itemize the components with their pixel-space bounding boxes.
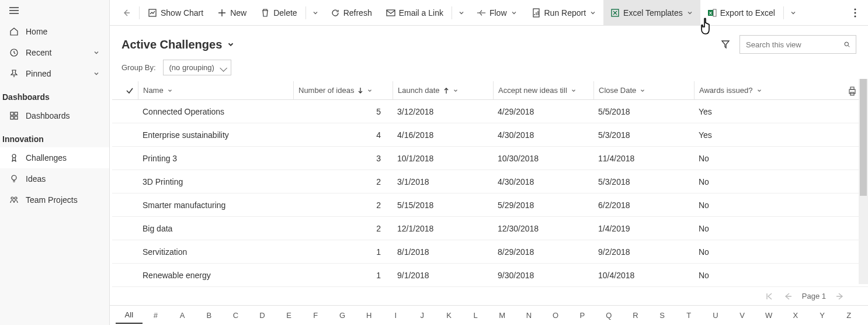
flow-button[interactable]: Flow: [470, 0, 525, 26]
cell-num: 1: [293, 247, 393, 257]
alpha-a[interactable]: A: [169, 307, 196, 323]
cell-accept: 4/30/2018: [493, 177, 593, 186]
arrow-left-icon: [783, 292, 793, 300]
group-by-select[interactable]: (no grouping): [163, 60, 231, 75]
pager-first[interactable]: [765, 292, 774, 300]
alpha-e[interactable]: E: [276, 307, 303, 323]
sidebar-item-challenges[interactable]: Challenges: [0, 147, 109, 168]
alpha-s[interactable]: S: [649, 307, 676, 323]
pager-prev[interactable]: [783, 292, 793, 300]
table-row[interactable]: 3D Printing23/1/20184/30/20185/3/2018No: [112, 170, 868, 193]
alpha-o[interactable]: O: [542, 307, 569, 323]
alpha-m[interactable]: M: [489, 307, 516, 323]
col-launch-date[interactable]: Launch date: [393, 81, 493, 99]
alpha-n[interactable]: N: [516, 307, 543, 323]
svg-point-22: [845, 42, 848, 46]
view-header: Active Challenges: [110, 26, 868, 60]
export-excel-button[interactable]: X Export to Excel: [700, 0, 782, 26]
col-name[interactable]: Name: [138, 81, 293, 99]
alpha-g[interactable]: G: [329, 307, 356, 323]
table-row[interactable]: Servitization18/1/20188/29/20189/2/2018N…: [112, 240, 868, 264]
cell-name: Servitization: [138, 247, 293, 257]
table-row[interactable]: Smarter manufacturing25/15/20185/29/2018…: [112, 193, 868, 217]
sidebar-label: Dashboards: [26, 111, 70, 120]
table-row[interactable]: Enterprise sustainability44/16/20184/30/…: [112, 123, 868, 147]
alpha-p[interactable]: P: [569, 307, 596, 323]
search-input[interactable]: [746, 40, 844, 49]
select-all[interactable]: [121, 87, 138, 95]
view-title: Active Challenges: [121, 38, 222, 51]
cell-close: 9/2/2018: [593, 247, 694, 257]
table-row[interactable]: Connected Operations53/12/20184/29/20185…: [112, 100, 868, 123]
svg-rect-5: [15, 112, 18, 115]
refresh-button[interactable]: Refresh: [324, 0, 379, 26]
cell-close: 6/2/2018: [593, 200, 694, 210]
cell-close: 5/3/2018: [593, 177, 694, 186]
cell-num: 4: [293, 130, 393, 140]
alpha-r[interactable]: R: [622, 307, 649, 323]
alpha-d[interactable]: D: [249, 307, 276, 323]
sidebar-item-pinned[interactable]: Pinned: [0, 63, 109, 84]
alpha-u[interactable]: U: [702, 307, 729, 323]
col-label: Accept new ideas till: [498, 86, 567, 95]
new-button[interactable]: New: [210, 0, 254, 26]
alpha-i[interactable]: I: [382, 307, 409, 323]
search-box[interactable]: [739, 35, 856, 54]
vertical-scrollbar[interactable]: [859, 79, 868, 284]
filter-button[interactable]: [721, 40, 730, 49]
alpha-v[interactable]: V: [729, 307, 756, 323]
view-title-dropdown[interactable]: Active Challenges: [121, 38, 235, 51]
show-chart-button[interactable]: Show Chart: [141, 0, 210, 26]
alpha-t[interactable]: T: [675, 307, 702, 323]
funnel-icon: [721, 40, 730, 49]
alpha-j[interactable]: J: [409, 307, 436, 323]
table-body: Connected Operations53/12/20184/29/20185…: [112, 100, 868, 287]
hamburger-button[interactable]: [0, 0, 109, 21]
scrollbar-thumb[interactable]: [860, 79, 867, 196]
alpha-c[interactable]: C: [223, 307, 249, 323]
report-icon: [532, 8, 541, 18]
more-button[interactable]: [847, 0, 863, 26]
alpha-h[interactable]: H: [356, 307, 383, 323]
col-number-ideas[interactable]: Number of ideas: [293, 81, 393, 99]
alpha-y[interactable]: Y: [809, 307, 836, 323]
section-innovation: Innovation: [0, 126, 109, 147]
cmd-label: Excel Templates: [623, 8, 683, 18]
alpha-x[interactable]: X: [782, 307, 809, 323]
col-awards-issued[interactable]: Awards issued?: [694, 81, 793, 99]
col-accept-until[interactable]: Accept new ideas till: [493, 81, 593, 99]
email-dropdown[interactable]: [453, 0, 470, 26]
col-close-date[interactable]: Close Date: [593, 81, 694, 99]
cell-accept: 8/29/2018: [493, 247, 593, 257]
back-button[interactable]: [114, 0, 138, 26]
alpha-w[interactable]: W: [755, 307, 782, 323]
alpha-q[interactable]: Q: [596, 307, 623, 323]
excel-templates-button[interactable]: Excel Templates: [603, 0, 700, 26]
alpha-z[interactable]: Z: [835, 307, 862, 323]
sidebar-item-ideas[interactable]: Ideas: [0, 168, 109, 189]
table-row[interactable]: Printing 3310/1/201810/30/201811/4/2018N…: [112, 147, 868, 170]
run-report-button[interactable]: Run Report: [525, 0, 604, 26]
email-link-button[interactable]: Email a Link: [379, 0, 450, 26]
export-dropdown[interactable]: [785, 0, 801, 26]
cell-name: Printing 3: [138, 154, 293, 163]
export-list-button[interactable]: [848, 87, 856, 96]
sidebar-item-recent[interactable]: Recent: [0, 42, 109, 63]
alpha-l[interactable]: L: [462, 307, 489, 323]
pager-next[interactable]: [835, 292, 845, 300]
sidebar-item-team-projects[interactable]: Team Projects: [0, 189, 109, 210]
alpha-#[interactable]: #: [143, 307, 169, 323]
delete-button[interactable]: Delete: [254, 0, 304, 26]
alpha-k[interactable]: K: [436, 307, 463, 323]
sidebar-item-dashboards[interactable]: Dashboards: [0, 105, 109, 126]
alpha-all[interactable]: All: [116, 307, 143, 324]
delete-dropdown[interactable]: [307, 0, 324, 26]
table-row[interactable]: Big data212/1/201812/30/20181/4/2019No: [112, 217, 868, 240]
sidebar-item-home[interactable]: Home: [0, 21, 109, 42]
table-row[interactable]: Renewable energy19/1/20189/30/201810/4/2…: [112, 264, 868, 287]
svg-rect-6: [11, 116, 13, 119]
arrow-up-icon: [443, 87, 449, 94]
alpha-b[interactable]: B: [196, 307, 223, 323]
cell-close: 5/3/2018: [593, 130, 694, 140]
alpha-f[interactable]: F: [302, 307, 329, 323]
